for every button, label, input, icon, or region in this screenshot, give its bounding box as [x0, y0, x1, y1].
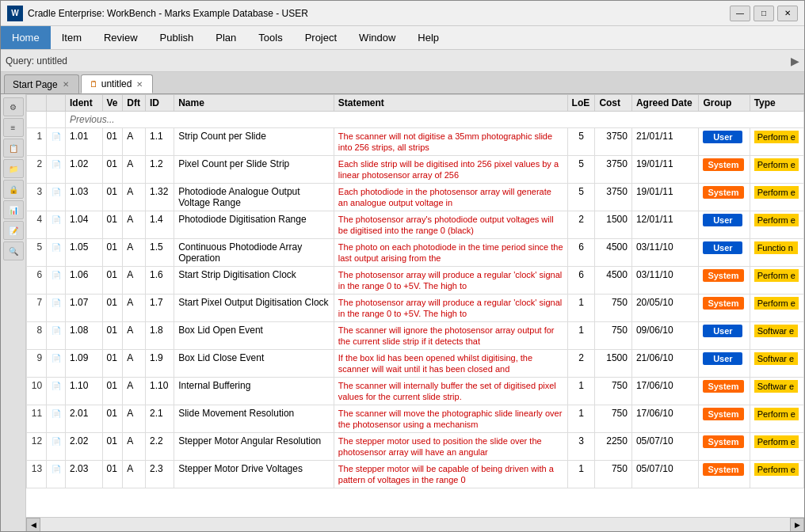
col-header-name[interactable]: Name — [174, 95, 334, 112]
cell-statement: The scanner will ignore the photosensor … — [334, 322, 567, 350]
menu-item[interactable]: Item — [51, 26, 93, 49]
close-button[interactable]: ✕ — [777, 6, 798, 21]
table-row[interactable]: 9 📄 1.09 01 A 1.9 Box Lid Close Event If… — [27, 350, 804, 378]
menu-window[interactable]: Window — [348, 26, 406, 49]
table-row[interactable]: 2 📄 1.02 01 A 1.2 Pixel Count per Slide … — [27, 156, 804, 184]
col-header-cost[interactable]: Cost — [595, 95, 632, 112]
cell-icon — [47, 112, 66, 128]
menu-project[interactable]: Project — [294, 26, 348, 49]
cell-type: Softwar e — [750, 350, 803, 378]
tab-untitled[interactable]: 🗒 untitled ✕ — [81, 74, 154, 93]
table-row[interactable]: 6 📄 1.06 01 A 1.6 Start Strip Digitisati… — [27, 267, 804, 294]
cell-num: 9 — [27, 350, 47, 378]
cell-id: 2.1 — [145, 405, 174, 433]
cell-statement: The scanner will not digitise a 35mm pho… — [334, 128, 567, 156]
menu-review[interactable]: Review — [93, 26, 149, 49]
cell-cost: 3750 — [595, 128, 632, 156]
col-header-statement[interactable]: Statement — [334, 95, 567, 112]
table-row[interactable]: 11 📄 2.01 01 A 2.1 Slide Movement Resolu… — [27, 405, 804, 433]
table-wrapper[interactable]: Ident Ve Dft ID Name Statement LoE Cost … — [26, 94, 804, 517]
cell-statement: Each photodiode in the photosensor array… — [334, 184, 567, 211]
col-header-loe[interactable]: LoE — [567, 95, 595, 112]
cell-icon: 📄 — [47, 378, 66, 405]
cell-loe: 3 — [567, 433, 595, 461]
menu-publish[interactable]: Publish — [149, 26, 205, 49]
col-header-id[interactable]: ID — [145, 95, 174, 112]
cell-agreed-date: 20/05/10 — [631, 294, 698, 322]
cell-loe: 5 — [567, 128, 595, 156]
table-row[interactable]: 12 📄 2.02 01 A 2.2 Stepper Motor Angular… — [27, 433, 804, 461]
cell-name: Slide Movement Resolution — [174, 405, 334, 433]
cell-id: 1.10 — [145, 378, 174, 405]
sidebar-search-btn[interactable]: 🔍 — [3, 241, 24, 260]
cell-icon: 📄 — [47, 239, 66, 267]
cell-ident: 1.08 — [65, 322, 102, 350]
sidebar-clipboard-btn[interactable]: 📋 — [3, 139, 24, 158]
cell-cost: 3750 — [595, 184, 632, 211]
cell-ident: 1.07 — [65, 294, 102, 322]
sidebar-chart-btn[interactable]: 📊 — [3, 200, 24, 219]
menu-help[interactable]: Help — [406, 26, 450, 49]
cell-cost: 750 — [595, 322, 632, 350]
tab-start-page[interactable]: Start Page ✕ — [4, 74, 79, 93]
table-row[interactable]: Previous... — [27, 112, 804, 128]
scroll-left-arrow[interactable]: ◀ — [26, 518, 40, 532]
scroll-track[interactable] — [40, 518, 790, 531]
cell-icon: 📄 — [47, 322, 66, 350]
col-header-group[interactable]: Group — [699, 95, 750, 112]
query-arrow[interactable]: ▶ — [791, 55, 799, 67]
col-header-type[interactable]: Type — [750, 95, 803, 112]
col-header-ve[interactable]: Ve — [102, 95, 123, 112]
cell-statement: The photosensor array's photodiode outpu… — [334, 211, 567, 239]
table-row[interactable]: 5 📄 1.05 01 A 1.5 Continuous Photodiode … — [27, 239, 804, 267]
cell-ve: 01 — [102, 184, 123, 211]
cell-statement: The photosensor array will produce a reg… — [334, 294, 567, 322]
table-row[interactable]: 3 📄 1.03 01 A 1.32 Photodiode Analogue O… — [27, 184, 804, 211]
cell-loe: 1 — [567, 294, 595, 322]
table-row[interactable]: 10 📄 1.10 01 A 1.10 Internal Buffering T… — [27, 378, 804, 405]
tab-start-page-close[interactable]: ✕ — [61, 80, 71, 89]
cell-agreed-date: 21/01/11 — [631, 128, 698, 156]
cell-ident: 2.01 — [65, 405, 102, 433]
col-header-dft[interactable]: Dft — [123, 95, 146, 112]
menu-home[interactable]: Home — [1, 26, 51, 49]
cell-group: System — [699, 267, 750, 294]
cell-icon: 📄 — [47, 350, 66, 378]
cell-id: 2.2 — [145, 433, 174, 461]
menu-plan[interactable]: Plan — [204, 26, 247, 49]
cell-statement: The stepper motor used to position the s… — [334, 433, 567, 461]
cell-ve: 01 — [102, 239, 123, 267]
sidebar-edit-btn[interactable]: 📝 — [3, 221, 24, 240]
cell-type: Perform e — [750, 156, 803, 184]
cell-ve: 01 — [102, 156, 123, 184]
scroll-right-arrow[interactable]: ▶ — [790, 518, 804, 532]
sidebar-folder-btn[interactable]: 📁 — [3, 159, 24, 178]
menu-tools[interactable]: Tools — [247, 26, 293, 49]
table-row[interactable]: 1 📄 1.01 01 A 1.1 Strip Count per Slide … — [27, 128, 804, 156]
cell-ident: 1.10 — [65, 378, 102, 405]
sidebar-gear-btn[interactable]: ⚙ — [3, 97, 24, 116]
table-row[interactable]: 4 📄 1.04 01 A 1.4 Photodiode Digitisatio… — [27, 211, 804, 239]
sidebar-lock-btn[interactable]: 🔒 — [3, 180, 24, 199]
col-header-ident[interactable]: Ident — [65, 95, 102, 112]
cell-name: Start Strip Digitisation Clock — [174, 267, 334, 294]
cell-name: Stepper Motor Angular Resolution — [174, 433, 334, 461]
table-row[interactable]: 8 📄 1.08 01 A 1.8 Box Lid Open Event The… — [27, 322, 804, 350]
cell-ve: 01 — [102, 322, 123, 350]
main-area: ⚙ ≡ 📋 📁 🔒 📊 📝 🔍 Ident Ve — [1, 94, 804, 531]
cell-prev: Previous... — [65, 112, 803, 128]
cell-dft: A — [123, 211, 146, 239]
cell-agreed-date: 17/06/10 — [631, 405, 698, 433]
cell-id: 1.2 — [145, 156, 174, 184]
table-row[interactable]: 13 📄 2.03 01 A 2.3 Stepper Motor Drive V… — [27, 461, 804, 488]
tab-untitled-close[interactable]: ✕ — [135, 79, 144, 89]
minimize-button[interactable]: — — [730, 6, 750, 21]
cell-type: Perform e — [750, 433, 803, 461]
maximize-button[interactable]: □ — [753, 6, 774, 21]
sidebar-list-btn[interactable]: ≡ — [3, 118, 24, 137]
query-bar: Query: untitled ▶ — [1, 50, 804, 72]
cell-num: 3 — [27, 184, 47, 211]
table-row[interactable]: 7 📄 1.07 01 A 1.7 Start Pixel Output Dig… — [27, 294, 804, 322]
col-header-agreed-date[interactable]: Agreed Date — [631, 95, 698, 112]
cell-ident: 2.03 — [65, 461, 102, 488]
